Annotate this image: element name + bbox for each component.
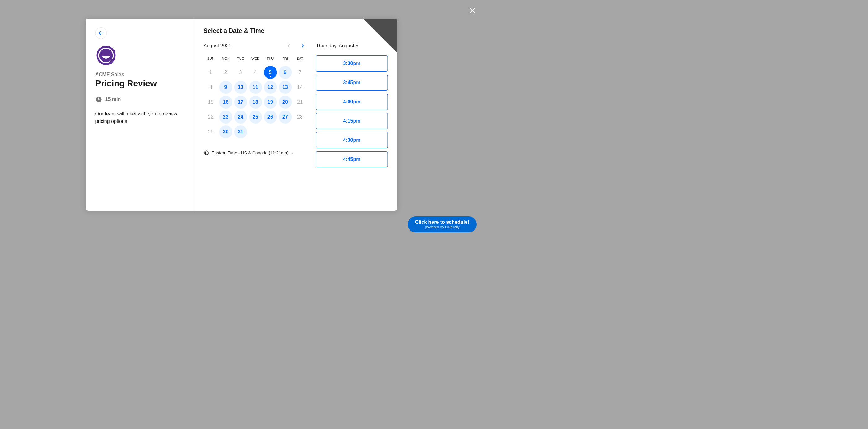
- calendar-day: 3: [234, 65, 248, 80]
- calendar-day[interactable]: 24: [234, 110, 248, 124]
- calendar-day: 29: [204, 124, 218, 139]
- calendar-day: 4: [248, 65, 263, 80]
- calendar-section: August 2021 SUN: [204, 43, 307, 167]
- month-label: August 2021: [204, 43, 231, 49]
- calendar-day: 28: [293, 110, 307, 124]
- svg-point-4: [99, 49, 113, 62]
- day-header: FRI: [278, 54, 292, 65]
- calendar-day[interactable]: 5: [263, 65, 278, 80]
- day-header: THU: [263, 54, 278, 65]
- company-name: ACME Sales: [95, 72, 185, 78]
- calendar-day: 22: [204, 110, 218, 124]
- calendar-day[interactable]: 18: [248, 95, 263, 109]
- svg-marker-10: [291, 154, 293, 154]
- time-slot[interactable]: 4:45pm: [316, 151, 388, 167]
- calendar-day: 7: [293, 65, 307, 80]
- time-slot[interactable]: 4:00pm: [316, 94, 388, 110]
- powered-by-ribbon[interactable]: POWERED BY Calendly: [363, 19, 397, 53]
- calendar-day: 21: [293, 95, 307, 109]
- calendar-day[interactable]: 30: [219, 124, 233, 139]
- calendar-day[interactable]: 26: [263, 110, 278, 124]
- scheduling-modal: ACME Sales Pricing Review 15 min Our tea…: [86, 19, 397, 211]
- calendar-day[interactable]: 20: [278, 95, 292, 109]
- day-header: WED: [248, 54, 263, 65]
- calendar-day: 8: [204, 80, 218, 94]
- calendar-day[interactable]: 23: [219, 110, 233, 124]
- caret-down-icon: [291, 151, 294, 154]
- next-month-button[interactable]: [300, 43, 306, 49]
- calendar-day[interactable]: 11: [248, 80, 263, 94]
- time-slot[interactable]: 3:30pm: [316, 55, 388, 71]
- calendar-day[interactable]: 12: [263, 80, 278, 94]
- calendar-day: 1: [204, 65, 218, 80]
- calendar-day[interactable]: 16: [219, 95, 233, 109]
- day-header: TUE: [234, 54, 248, 65]
- time-slots-list: 3:30pm3:45pm4:00pm4:15pm4:30pm4:45pm: [316, 55, 388, 167]
- time-slots-section: Thursday, August 5 3:30pm3:45pm4:00pm4:1…: [316, 43, 388, 167]
- avatar: [95, 44, 117, 66]
- calendar-grid: SUNMONTUEWEDTHUFRISAT1234567891011121314…: [204, 54, 307, 139]
- bubble-sub-text: powered by Calendly: [415, 225, 469, 229]
- day-header: SUN: [204, 54, 218, 65]
- calendar-day[interactable]: 10: [234, 80, 248, 94]
- time-slot[interactable]: 4:15pm: [316, 113, 388, 129]
- clock-icon: [95, 96, 102, 103]
- calendar-day: 14: [293, 80, 307, 94]
- timezone-label: Eastern Time - US & Canada (11:21am): [212, 150, 288, 155]
- calendar-day[interactable]: 6: [278, 65, 292, 80]
- globe-icon: [204, 150, 209, 156]
- calendar-day[interactable]: 31: [234, 124, 248, 139]
- calendar-day[interactable]: 27: [278, 110, 292, 124]
- scheduling-panel: POWERED BY Calendly Select a Date & Time…: [194, 19, 397, 211]
- back-button[interactable]: [95, 27, 107, 39]
- time-slot[interactable]: 4:30pm: [316, 132, 388, 148]
- calendar-day[interactable]: 25: [248, 110, 263, 124]
- calendar-day: 15: [204, 95, 218, 109]
- bubble-main-text: Click here to schedule!: [415, 219, 469, 225]
- duration-text: 15 min: [105, 97, 121, 102]
- schedule-cta-bubble[interactable]: Click here to schedule! powered by Calen…: [408, 216, 477, 233]
- event-details-panel: ACME Sales Pricing Review 15 min Our tea…: [86, 19, 194, 211]
- day-header: MON: [219, 54, 233, 65]
- close-icon[interactable]: [468, 6, 477, 15]
- svg-point-5: [109, 61, 112, 64]
- calendar-day[interactable]: 9: [219, 80, 233, 94]
- prev-month-button: [286, 43, 291, 49]
- calendar-day[interactable]: 17: [234, 95, 248, 109]
- duration-row: 15 min: [95, 96, 185, 103]
- event-description: Our team will meet with you to review pr…: [95, 110, 185, 125]
- time-slot[interactable]: 3:45pm: [316, 74, 388, 91]
- calendar-day[interactable]: 19: [263, 95, 278, 109]
- calendar-day: 2: [219, 65, 233, 80]
- calendar-day[interactable]: 13: [278, 80, 292, 94]
- timezone-selector[interactable]: Eastern Time - US & Canada (11:21am): [204, 150, 307, 156]
- day-header: SAT: [293, 54, 307, 65]
- event-title: Pricing Review: [95, 79, 185, 89]
